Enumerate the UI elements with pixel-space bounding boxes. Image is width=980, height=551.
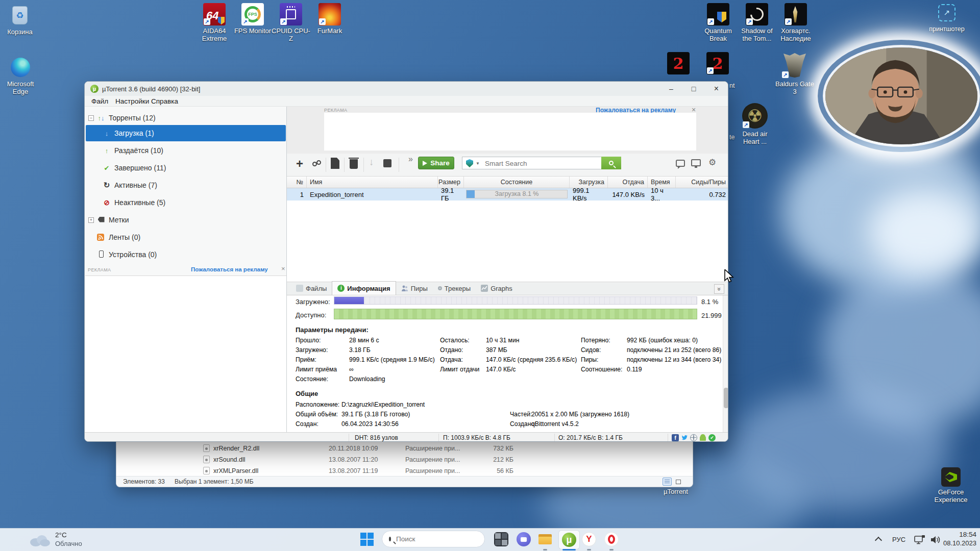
info-scrollbar-thumb[interactable] bbox=[724, 388, 728, 408]
toolbar-overflow-icon[interactable]: » bbox=[408, 155, 413, 164]
tab-peers[interactable]: Пиры bbox=[396, 282, 433, 295]
desktop-icon-screenshot-tool[interactable]: ↗ bbox=[938, 4, 955, 21]
taskbar-search[interactable] bbox=[382, 531, 485, 547]
search-go-button[interactable] bbox=[601, 157, 621, 169]
torrent-row-selected[interactable]: 1 Expedition_torrent 39.1 ГБ Загрузка 8.… bbox=[287, 188, 728, 201]
add-torrent-button[interactable]: + bbox=[296, 157, 303, 171]
sidebar-item-completed[interactable]: ✔ Завершено (11) bbox=[86, 160, 286, 176]
column-header-eta[interactable]: Время bbox=[648, 177, 676, 188]
expand-box-icon[interactable]: + bbox=[88, 217, 94, 223]
desktop-icon-fps-monitor[interactable]: FPS FPS Monitor bbox=[233, 3, 273, 35]
taskbar-search-input[interactable] bbox=[396, 535, 486, 543]
sidebar-ad-report-link[interactable]: Пожаловаться на рекламу bbox=[191, 266, 268, 272]
tab-information-active[interactable]: i Информация bbox=[332, 281, 396, 295]
sidebar-item-devices[interactable]: Устройства (0) bbox=[86, 246, 286, 263]
weather-temperature[interactable]: 2°C bbox=[55, 531, 67, 539]
desktop-icon-recycle-bin[interactable]: ♻ Корзина bbox=[0, 4, 40, 36]
tab-graphs[interactable]: Graphs bbox=[476, 282, 518, 295]
clock-date[interactable]: 08.10.2023 bbox=[938, 539, 976, 547]
menu-settings[interactable]: Настройки bbox=[115, 97, 149, 105]
desktop-icon-shadow-tomb[interactable]: Shadow of the Tom... bbox=[737, 3, 777, 42]
search-dropdown-icon[interactable]: ▼ bbox=[476, 161, 480, 166]
column-header-size[interactable]: Размер bbox=[438, 177, 464, 188]
sidebar-item-seeding[interactable]: ↑ Раздаётся (10) bbox=[86, 142, 286, 159]
collapse-panel-button[interactable]: » bbox=[714, 284, 724, 294]
column-header-name[interactable]: Имя bbox=[307, 177, 438, 188]
explorer-file-row[interactable]: xrRender_R2.dll 20.11.2018 10:09 Расшире… bbox=[203, 443, 683, 454]
edge-icon bbox=[9, 56, 32, 79]
close-button[interactable]: × bbox=[705, 82, 728, 96]
chat-icon[interactable] bbox=[676, 160, 685, 167]
torrent-list-empty-area[interactable] bbox=[287, 201, 728, 282]
twitter-icon[interactable] bbox=[681, 434, 688, 441]
sidebar-item-downloading[interactable]: ↓ Загрузка (1) bbox=[86, 125, 286, 141]
explorer-file-row[interactable]: xrSound.dll 13.08.2007 11:20 Расширение … bbox=[203, 454, 683, 465]
sidebar-item-labels[interactable]: + Метки bbox=[86, 212, 286, 228]
facebook-icon[interactable]: f bbox=[672, 434, 679, 441]
desktop-icon-cpuz[interactable]: CPUID CPU-Z bbox=[271, 3, 311, 42]
sidebar-item-label: Устройства (0) bbox=[109, 251, 157, 259]
column-header-up-speed[interactable]: Отдача bbox=[608, 177, 648, 188]
settings-gear-icon[interactable]: ⚙ bbox=[708, 157, 716, 168]
minimize-button[interactable]: – bbox=[660, 82, 682, 96]
menu-file[interactable]: Файл bbox=[91, 97, 108, 105]
desktop-icon-game-2-left[interactable]: 2 bbox=[667, 52, 690, 74]
taskbar-app-opera[interactable] bbox=[604, 532, 619, 546]
desktop-icon-quantum-break[interactable]: Quantum Break bbox=[698, 3, 738, 42]
desktop-icon-edge[interactable]: Microsoft Edge bbox=[1, 56, 40, 95]
info-scrollbar-track[interactable] bbox=[723, 295, 728, 432]
shortcut-arrow-icon bbox=[785, 18, 792, 25]
search-box[interactable]: ▼ bbox=[462, 157, 621, 169]
tab-files[interactable]: Файлы bbox=[291, 282, 332, 295]
details-view-button[interactable] bbox=[663, 478, 672, 486]
clock-time[interactable]: 18:54 bbox=[942, 531, 976, 538]
desktop-icon-hogwarts[interactable]: Хогвартс. Наследие bbox=[776, 3, 816, 42]
desktop-icon-game-2-right[interactable]: 2 bbox=[706, 52, 729, 74]
sidebar-item-feeds[interactable]: Ленты (0) bbox=[86, 229, 286, 245]
tab-trackers[interactable]: Трекеры bbox=[433, 282, 476, 295]
android-icon[interactable] bbox=[699, 434, 706, 441]
start-button[interactable] bbox=[360, 533, 374, 546]
collapse-box-icon[interactable]: − bbox=[88, 115, 94, 121]
remote-devices-icon[interactable] bbox=[691, 159, 701, 166]
network-icon[interactable] bbox=[914, 535, 926, 545]
language-indicator[interactable]: РУС bbox=[892, 536, 905, 543]
title-bar[interactable]: µ µTorrent 3.6 (build 46900) [32-bit] – … bbox=[85, 82, 728, 96]
sidebar-item-torrents[interactable]: − ↑↓ Торренты (12) bbox=[86, 110, 286, 126]
label: Создан: bbox=[296, 420, 318, 428]
thumbnail-view-button[interactable] bbox=[674, 478, 683, 486]
taskbar-app-dark[interactable] bbox=[494, 532, 508, 546]
menu-help[interactable]: Справка bbox=[151, 97, 178, 105]
weather-condition[interactable]: Облачно bbox=[55, 540, 82, 547]
geforce-icon bbox=[941, 467, 961, 487]
remove-button[interactable] bbox=[350, 158, 358, 169]
stop-button[interactable] bbox=[383, 159, 391, 167]
column-header-seeds-peers[interactable]: Сиды/Пиры bbox=[676, 177, 728, 188]
toolbar-separator bbox=[399, 158, 399, 172]
taskbar-app-utorrent-active[interactable]: µ bbox=[558, 530, 580, 549]
create-torrent-button[interactable] bbox=[331, 158, 339, 169]
sidebar-ad-close-icon[interactable]: × bbox=[281, 265, 285, 272]
smart-search-input[interactable] bbox=[485, 159, 597, 168]
start-download-button-disabled[interactable]: ↓ bbox=[369, 157, 374, 168]
sidebar-item-active[interactable]: ↻ Активные (7) bbox=[86, 177, 286, 193]
ad-banner-empty bbox=[324, 113, 696, 151]
taskbar-app-yandex[interactable]: Y bbox=[582, 532, 596, 546]
column-header-number[interactable]: № bbox=[287, 177, 307, 188]
taskbar-app-chat[interactable] bbox=[517, 532, 531, 546]
globe-icon[interactable] bbox=[690, 434, 697, 441]
column-header-status[interactable]: Состояние bbox=[464, 177, 570, 188]
desktop-icon-dead-air[interactable]: ☢ Dead air Heart ... bbox=[735, 103, 775, 145]
maximize-button[interactable]: □ bbox=[682, 82, 705, 96]
sidebar-item-inactive[interactable]: ⊘ Неактивные (5) bbox=[86, 194, 286, 211]
desktop-icon-geforce[interactable]: GeForce Experience bbox=[931, 467, 971, 504]
add-link-button[interactable] bbox=[312, 160, 323, 168]
desktop-icon-furmark[interactable]: FurMark bbox=[310, 3, 350, 35]
share-button[interactable]: Share bbox=[418, 157, 454, 169]
column-header-down-speed[interactable]: Загрузка bbox=[570, 177, 608, 188]
taskbar-app-explorer[interactable] bbox=[538, 532, 552, 546]
explorer-file-row[interactable]: xrXMLParser.dll 13.08.2007 11:19 Расшире… bbox=[203, 465, 683, 476]
desktop-icon-baldurs-gate[interactable]: Baldurs Gate 3 bbox=[775, 52, 815, 95]
explorer-items-count: Элементов: 33 bbox=[123, 478, 165, 485]
desktop-icon-aida64[interactable]: 64 AIDA64 Extreme bbox=[194, 3, 234, 42]
